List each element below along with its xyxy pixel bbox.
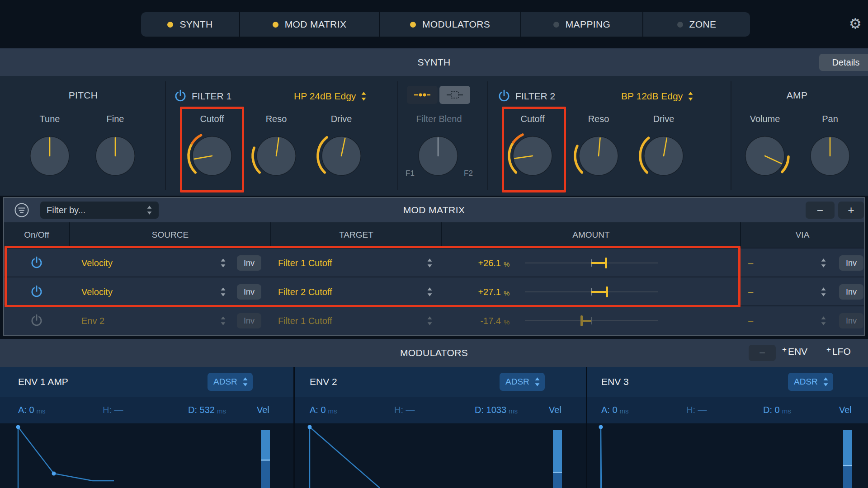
amount-unit: % (504, 277, 509, 306)
via-select[interactable]: – (748, 249, 753, 277)
filter1-cutoff-knob[interactable] (185, 129, 239, 183)
filter1-title: FILTER 1 (192, 90, 231, 102)
filter-list-icon[interactable] (14, 202, 29, 218)
env2-name: ENV 2 (310, 376, 337, 388)
env3-attack[interactable]: A: 0ms (601, 397, 629, 423)
amount-value[interactable]: +26.1 (459, 249, 501, 277)
row-power-button[interactable] (30, 256, 43, 270)
source-select[interactable]: Velocity (81, 277, 113, 306)
mod-matrix-row: Velocity Inv Filter 1 Cutoff +26.1 % – (4, 248, 864, 277)
source-invert-button[interactable]: Inv (237, 313, 261, 328)
env3-hold[interactable]: H: — (686, 397, 707, 423)
slider-handle[interactable] (606, 286, 608, 297)
env3-mode-select[interactable]: ADSR (788, 373, 833, 391)
amount-value[interactable]: +27.1 (459, 277, 501, 306)
tab-zone[interactable]: ZONE (643, 12, 750, 37)
chevron-updown-icon (242, 377, 248, 387)
via-select[interactable]: – (748, 306, 753, 335)
filter2-drive-knob[interactable] (637, 129, 691, 183)
filter1-power-button[interactable] (174, 89, 187, 103)
tab-mapping[interactable]: MAPPING (521, 12, 643, 37)
source-invert-button[interactable]: Inv (237, 284, 261, 300)
via-invert-button[interactable]: Inv (839, 255, 863, 271)
remove-row-button[interactable]: − (806, 202, 835, 219)
env2-decay[interactable]: D: 1033ms (475, 397, 518, 423)
env1-mode-select[interactable]: ADSR (208, 373, 253, 391)
target-select[interactable]: Filter 1 Cutoff (278, 306, 332, 335)
amount-slider[interactable] (525, 286, 658, 298)
amount-slider[interactable] (525, 257, 658, 269)
tab-synth[interactable]: SYNTH (141, 12, 240, 37)
env2-curve-graph[interactable] (295, 423, 586, 488)
filter2-power-button[interactable] (497, 89, 511, 103)
env3-curve-graph[interactable] (587, 423, 868, 488)
source-invert-button[interactable]: Inv (237, 255, 261, 271)
column-source: SOURCE (69, 222, 270, 248)
via-select[interactable]: – (748, 277, 753, 306)
tab-modulators[interactable]: MODULATORS (380, 12, 521, 37)
filter1-reso-knob[interactable] (249, 129, 303, 183)
details-button[interactable]: Details (819, 54, 868, 71)
env2-params: A: 0ms H: — D: 1033ms Vel (295, 397, 586, 423)
chevron-updown-icon (220, 258, 226, 268)
chevron-updown-icon (821, 287, 826, 297)
row-power-button[interactable] (30, 314, 43, 328)
amount-unit: % (504, 306, 509, 335)
filter2-title: FILTER 2 (515, 90, 555, 102)
filter-blend-f2-label: F2 (458, 169, 478, 178)
settings-gear-icon[interactable]: ⚙ (846, 15, 864, 33)
pan-knob[interactable] (803, 129, 857, 183)
source-select[interactable]: Env 2 (81, 306, 104, 335)
source-select[interactable]: Velocity (81, 249, 113, 277)
filter2-type-select[interactable]: BP 12dB Edgy (621, 90, 693, 103)
add-row-button[interactable]: + (838, 202, 864, 219)
env1-hold[interactable]: H: — (103, 397, 123, 423)
amount-value[interactable]: -17.4 (459, 306, 501, 335)
filter2-cutoff-knob[interactable] (505, 129, 560, 183)
env1-decay[interactable]: D: 532ms (188, 397, 226, 423)
slider-handle[interactable] (580, 315, 583, 326)
column-via: VIA (740, 222, 864, 248)
filter1-drive-knob[interactable] (314, 129, 368, 183)
mod-matrix-row: Velocity Inv Filter 2 Cutoff +27.1 % – (4, 277, 864, 305)
add-lfo-label: LFO (832, 346, 851, 357)
add-env-button[interactable]: +ENV (782, 346, 807, 360)
fine-knob[interactable] (88, 129, 142, 183)
tab-mod-matrix[interactable]: MOD MATRIX (240, 12, 380, 37)
filter-parallel-button[interactable] (439, 86, 470, 104)
chevron-updown-icon (146, 205, 152, 215)
filter1-type-select[interactable]: HP 24dB Edgy (294, 90, 367, 103)
env1-panel: ENV 1 AMP ADSR A: 0ms H: — D: 532ms Vel (0, 367, 293, 488)
via-invert-button[interactable]: Inv (839, 284, 863, 300)
chevron-updown-icon (427, 258, 433, 268)
env3-decay[interactable]: D: 0ms (763, 397, 791, 423)
via-invert-button[interactable]: Inv (839, 313, 863, 328)
chevron-updown-icon (220, 287, 226, 297)
plus-icon: + (826, 346, 831, 353)
tab-inactive-dot (553, 22, 559, 28)
target-select[interactable]: Filter 1 Cutoff (278, 249, 332, 277)
modulators-panel: ENV 1 AMP ADSR A: 0ms H: — D: 532ms Vel … (0, 367, 868, 488)
target-select[interactable]: Filter 2 Cutoff (278, 277, 332, 306)
env1-vel-label: Vel (257, 397, 269, 423)
mod-matrix-column-headers: On/Off SOURCE TARGET AMOUNT VIA (4, 222, 864, 248)
fine-knob-label: Fine (88, 113, 142, 125)
env2-hold[interactable]: H: — (394, 397, 415, 423)
remove-modulator-button[interactable]: − (749, 345, 776, 361)
amount-slider[interactable] (525, 315, 658, 327)
slider-handle[interactable] (605, 258, 607, 268)
env2-attack[interactable]: A: 0ms (310, 397, 337, 423)
add-lfo-button[interactable]: +LFO (826, 346, 851, 360)
tune-knob[interactable] (23, 129, 77, 183)
filter1-reso-label: Reso (249, 113, 303, 125)
filter-by-select[interactable]: Filter by... (40, 202, 159, 219)
env2-mode-value: ADSR (505, 377, 529, 387)
env1-curve-graph[interactable] (0, 423, 293, 488)
filter2-reso-knob[interactable] (571, 129, 626, 183)
env2-mode-select[interactable]: ADSR (500, 373, 545, 391)
volume-knob[interactable] (738, 129, 792, 183)
filter-series-button[interactable] (407, 86, 438, 104)
tab-label: SYNTH (179, 19, 212, 30)
row-power-button[interactable] (30, 285, 43, 299)
env1-attack[interactable]: A: 0ms (18, 397, 46, 423)
